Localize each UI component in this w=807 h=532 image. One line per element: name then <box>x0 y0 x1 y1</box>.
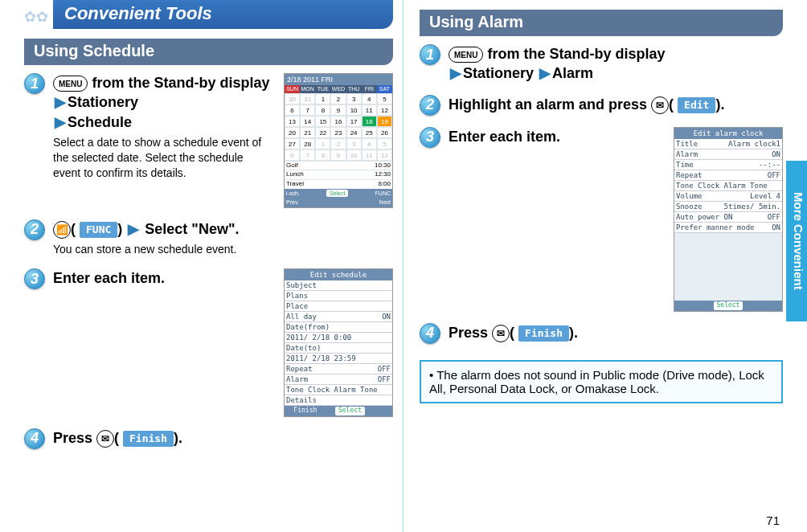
alarm-note: • The alarm does not sound in Public mod… <box>420 360 783 403</box>
alarm-note-text: The alarm does not sound in Public mode … <box>429 368 764 395</box>
page-number: 71 <box>766 514 780 527</box>
step3-bold: Enter each item. <box>53 268 271 417</box>
left-column: ✿✿ Convenient Tools Using Schedule 1 MEN… <box>0 0 404 532</box>
menu-key: MENU <box>53 76 88 92</box>
step1-text-a: from the Stand-by display <box>92 75 269 91</box>
alarm2-post: . <box>720 96 724 113</box>
schedule-step-3: 3 Enter each item. Edit schedule Subject… <box>24 268 393 417</box>
calendar-grid: 3031123456789101112131415161718192021222… <box>285 93 392 161</box>
calendar-softkeys: i-sch. Select FUNC <box>285 189 392 198</box>
alarm-step-4: 4 Press ✉( Finish). <box>420 323 783 344</box>
step-number: 2 <box>24 219 45 240</box>
alarm4-post: . <box>574 325 578 341</box>
arrow-icon: ▶ <box>126 221 141 237</box>
step2-tail: Select "New". <box>145 221 239 237</box>
edit-alarm-screenshot: Edit alarm clock TitleAlarm clock1AlarmO… <box>674 127 783 312</box>
schedule-step-2: 2 📶( FUNC) ▶ Select "New". You can store… <box>24 219 393 257</box>
section-title-schedule: Using Schedule <box>24 39 393 65</box>
alarm1-a: from the Stand-by display <box>487 46 665 62</box>
step1-text-b: Stationery <box>68 94 138 110</box>
mail-key-icon: ✉ <box>492 325 510 342</box>
ir-key-icon: 📶 <box>53 221 71 239</box>
alarm-step-2: 2 Highlight an alarm and press ✉( Edit). <box>420 95 783 116</box>
calendar-screenshot: 2/18 2011 FRI SUN MON TUE WED THU FRI SA… <box>284 73 393 208</box>
alarm-step-1: 1 MENU from the Stand-by display ▶Statio… <box>420 44 783 84</box>
schedule-step-1: 1 MENU from the Stand-by display ▶Statio… <box>24 73 393 208</box>
step2-sub: You can store a new schedule event. <box>53 242 393 257</box>
step4-post: . <box>178 430 182 446</box>
step-number: 3 <box>420 127 440 148</box>
edit-softkey: Edit <box>678 97 715 113</box>
edit-schedule-softkeys: Finish Select <box>285 406 392 416</box>
alarm2-pre: Highlight an alarm and press <box>449 96 651 113</box>
mail-key-icon: ✉ <box>651 96 669 114</box>
edit-schedule-title: Edit schedule <box>285 269 392 280</box>
alarm3-bold: Enter each item. <box>449 127 661 312</box>
func-softkey: FUNC <box>80 222 117 238</box>
side-tab: More Convenient <box>786 161 807 321</box>
calendar-title: 2/18 2011 FRI <box>285 74 392 85</box>
step1-text-c: Schedule <box>68 114 132 130</box>
edit-schedule-screenshot: Edit schedule SubjectPlansPlaceAll dayON… <box>284 268 393 417</box>
schedule-step-4: 4 Press ✉( Finish). <box>24 428 393 449</box>
flower-icon: ✿✿ <box>24 8 48 26</box>
section-title-alarm: Using Alarm <box>420 10 783 36</box>
step-number: 3 <box>24 268 45 289</box>
edit-alarm-title: Edit alarm clock <box>674 128 782 139</box>
mail-key-icon: ✉ <box>96 430 114 448</box>
calendar-events: Golf10:30 Lunch12:30 Travel8:00 <box>285 161 392 189</box>
step-number: 1 <box>24 73 45 94</box>
arrow-icon: ▶ <box>449 65 463 81</box>
step-number: 4 <box>420 323 440 344</box>
alarm4-pre: Press <box>449 325 492 341</box>
step-number: 2 <box>420 95 440 116</box>
arrow-icon: ▶ <box>53 94 68 110</box>
alarm-step-3: 3 Enter each item. Edit alarm clock Titl… <box>420 127 783 312</box>
step1-sub: Select a date to show a schedule event o… <box>53 135 271 181</box>
calendar-day-header: SUN MON TUE WED THU FRI SAT <box>285 85 392 92</box>
finish-softkey: Finish <box>123 431 174 447</box>
alarm1-b: Stationery <box>463 65 534 81</box>
right-column: Using Alarm 1 MENU from the Stand-by dis… <box>404 0 807 532</box>
step-number: 4 <box>24 428 45 449</box>
step4-pre: Press <box>53 430 96 446</box>
alarm1-c: Alarm <box>552 65 593 81</box>
edit-alarm-softkeys: Select <box>674 301 782 311</box>
arrow-icon: ▶ <box>538 65 552 81</box>
step-number: 1 <box>420 44 440 65</box>
arrow-icon: ▶ <box>53 114 68 130</box>
finish-softkey: Finish <box>518 325 569 342</box>
chapter-title: Convenient Tools <box>53 0 393 29</box>
manual-page: ✿✿ Convenient Tools Using Schedule 1 MEN… <box>0 0 807 532</box>
menu-key: MENU <box>449 47 483 63</box>
